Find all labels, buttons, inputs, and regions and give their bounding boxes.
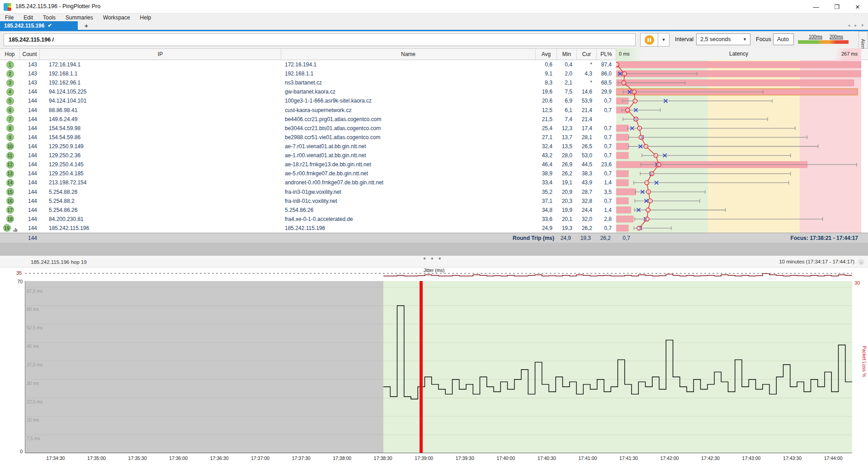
- time-tick-label: 17:43:30: [777, 455, 808, 461]
- cell-count: 144: [20, 225, 40, 231]
- focus-range-label: Focus: 17:38:21 - 17:44:17: [791, 235, 858, 241]
- pause-button[interactable]: [640, 33, 658, 47]
- cell-name: ae-18.r21.frnkge13.de.bb.gin.ntt.net: [281, 161, 536, 168]
- minimize-button[interactable]: —: [806, 0, 826, 14]
- latency-axis-min: 0: [20, 449, 23, 454]
- footer-count: 144: [20, 235, 40, 241]
- time-tick-label: 17:41:00: [572, 455, 604, 461]
- hop-number-badge: 12: [6, 161, 14, 169]
- time-tick-label: 17:42:00: [654, 455, 685, 461]
- cell-count: 144: [20, 198, 40, 204]
- target-address-box[interactable]: 185.242.115.196 /: [4, 33, 636, 46]
- footer-avg: 24,9: [554, 235, 576, 241]
- cell-count: 144: [20, 152, 40, 159]
- restore-button[interactable]: ❐: [826, 0, 847, 14]
- menu-file[interactable]: File: [0, 14, 19, 21]
- menu-help[interactable]: Help: [135, 14, 156, 21]
- cell-ip: 129.250.9.149: [40, 143, 281, 150]
- cell-name: be3044.ccr21.bts01.atlas.cogentco.com: [281, 125, 536, 131]
- column-header-min[interactable]: Min: [557, 49, 577, 60]
- hop-number-badge: 14: [6, 179, 14, 187]
- hop-number-badge: 6: [6, 106, 14, 114]
- column-header-avg[interactable]: Avg: [536, 49, 557, 60]
- interval-label: Interval: [675, 36, 693, 42]
- focus-select[interactable]: Auto: [773, 33, 794, 45]
- cell-min: 19,9: [557, 207, 577, 213]
- hop-number-badge: 8: [6, 124, 14, 132]
- cell-avg: 35,2: [536, 189, 557, 195]
- splitter-handle[interactable]: ● ● ●: [423, 256, 443, 261]
- timeline-graph[interactable]: 67,5 ms60 ms52,5 ms45 ms37,5 ms30 ms22,5…: [25, 281, 852, 453]
- svg-text:52,5 ms: 52,5 ms: [27, 325, 43, 330]
- column-header-name[interactable]: Name: [281, 49, 536, 60]
- cell-min: 20,1: [557, 216, 577, 222]
- latency-column-header[interactable]: 0 ms Latency 267 ms: [616, 48, 861, 60]
- tab-scroll-arrows-icon[interactable]: ◂ ▸ ▾: [848, 23, 865, 28]
- time-tick-label: 17:36:30: [203, 455, 235, 461]
- timeline-range-label[interactable]: 10 minutes (17:34:17 - 17:44:17): [779, 259, 854, 264]
- cell-min: 6,1: [557, 107, 577, 113]
- svg-text:22,5 ms: 22,5 ms: [27, 399, 43, 404]
- menu-edit[interactable]: Edit: [19, 14, 38, 21]
- cell-count: 144: [20, 134, 40, 141]
- cell-ip: 5.254.88.2: [40, 198, 281, 204]
- close-button[interactable]: ✕: [847, 0, 868, 14]
- cell-min: 19,1: [557, 179, 577, 186]
- cell-cur: 21,4: [577, 116, 597, 122]
- cell-avg: 19,6: [536, 89, 557, 95]
- column-header-cur[interactable]: Cur: [577, 49, 597, 60]
- cell-cur: 26,2: [577, 225, 597, 231]
- cell-count: 143: [20, 80, 40, 86]
- timeline-range-chevron-icon[interactable]: ⌄: [858, 259, 864, 265]
- footer-min: 19,3: [576, 235, 595, 241]
- cell-pl: 0,7: [597, 125, 616, 131]
- hop-number-badge: 11: [6, 152, 14, 159]
- cell-name: 172.16.194.1: [281, 61, 536, 68]
- cell-count: 144: [20, 161, 40, 168]
- cell-name: be2988.ccr51.vie01.atlas.cogentco.com: [281, 134, 536, 141]
- cell-name: 192.168.1.1: [281, 70, 536, 77]
- cell-min: 13,7: [557, 134, 577, 141]
- column-header-pl[interactable]: PL%: [597, 49, 616, 60]
- cell-cur: 26,5: [577, 143, 597, 150]
- cell-cur: 32,0: [577, 216, 597, 222]
- cell-avg: 37,1: [536, 198, 557, 204]
- hop-number-badge: 3: [6, 79, 14, 87]
- column-header-count[interactable]: Count: [20, 49, 40, 60]
- cell-avg: 38,9: [536, 170, 557, 177]
- hop-number-badge: 7: [6, 115, 14, 123]
- column-header-ip[interactable]: IP: [40, 49, 281, 60]
- hop-number-badge: 5: [6, 97, 14, 105]
- pause-dropdown-button[interactable]: ▼: [658, 33, 670, 47]
- cell-avg: 9,1: [536, 70, 557, 77]
- time-tick-label: 17:34:30: [40, 455, 71, 461]
- cell-count: 144: [20, 125, 40, 131]
- menu-summaries[interactable]: Summaries: [61, 14, 98, 21]
- hop-number-badge: 4: [6, 88, 14, 96]
- cell-pl: 0,7: [597, 170, 616, 177]
- time-tick-label: 17:38:30: [367, 455, 399, 461]
- toolbar: 185.242.115.196 / ▼ Interval 2,5 seconds…: [0, 31, 868, 48]
- menu-tools[interactable]: Tools: [38, 14, 61, 21]
- cell-pl: 86,0: [597, 70, 616, 77]
- hop-number-badge: 9: [6, 133, 14, 141]
- time-tick-label: 17:38:00: [326, 455, 358, 461]
- cell-pl: 1,4: [597, 207, 616, 213]
- jitter-axis-max: 35: [16, 270, 22, 276]
- cell-min: 6,9: [557, 98, 577, 104]
- cell-min: 20,9: [557, 189, 577, 195]
- tab-target[interactable]: 185.242.115.196 ✔: [0, 21, 78, 30]
- window-title: 185.242.115.196 - PingPlotter Pro: [15, 3, 100, 9]
- cell-avg: 27,1: [536, 134, 557, 141]
- interval-select[interactable]: 2,5 seconds ▼: [696, 33, 750, 45]
- cell-name: fra4.xe-0-1-0.accelerated.de: [281, 216, 536, 222]
- tab-label: 185.242.115.196: [4, 23, 44, 29]
- cell-name: ns3.bartanet.cz: [281, 80, 536, 86]
- footer-pl: 0,7: [615, 235, 635, 241]
- jitter-graph-label: Jitter (ms): [0, 267, 868, 273]
- column-header-hop[interactable]: Hop: [0, 49, 20, 60]
- cell-ip: 154.54.59.98: [40, 125, 281, 131]
- new-tab-button[interactable]: +: [81, 21, 91, 30]
- menu-workspace[interactable]: Workspace: [98, 14, 135, 21]
- cell-count: 144: [20, 189, 40, 195]
